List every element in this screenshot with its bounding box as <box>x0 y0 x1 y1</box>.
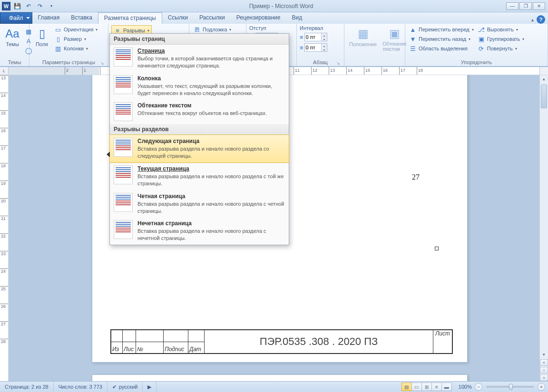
dropdown-section-header: Разрывы страниц <box>110 34 289 45</box>
breaks-option[interactable]: Текущая страницаВставка разрыва раздела … <box>110 163 289 190</box>
breaks-option[interactable]: Нечетная страницаВставка разрыва раздела… <box>110 217 289 245</box>
tab-selector[interactable]: L <box>0 67 9 75</box>
align-button[interactable]: ⎇Выровнять▾ <box>477 25 526 34</box>
vertical-ruler[interactable]: 13141516171819202122232425262728 <box>0 75 9 381</box>
paragraph-group-label[interactable]: Абзац <box>300 59 341 66</box>
minimize-ribbon-icon[interactable]: ▴ <box>531 17 534 22</box>
stamp-table[interactable]: Из Лис № Подпис Дат ПЭР.0535 .308 . 2020… <box>110 329 453 354</box>
position-icon: ▦ <box>355 26 371 41</box>
restore-button[interactable]: ❐ <box>519 2 532 10</box>
selection-pane-button[interactable]: ☰Область выделения <box>408 44 475 53</box>
view-draft-button[interactable]: ▬ <box>441 382 452 391</box>
breaks-option[interactable]: КолонкаУказывает, что текст, следующий з… <box>110 72 289 100</box>
tab-view[interactable]: Вид <box>286 12 308 24</box>
breaks-option[interactable]: Обтекание текстомОбтекание текста вокруг… <box>110 99 289 124</box>
break-type-icon <box>114 220 133 239</box>
status-page[interactable]: Страница: 2 из 28 <box>0 382 54 392</box>
status-words[interactable]: Число слов: 3 773 <box>54 382 108 392</box>
tab-review[interactable]: Рецензирование <box>231 12 286 24</box>
rotate-button[interactable]: ⟳Повернуть▾ <box>477 44 526 53</box>
undo-icon[interactable]: ↶ <box>24 1 33 11</box>
position-button[interactable]: ▦Положение <box>347 25 379 48</box>
tab-page-layout[interactable]: Разметка страницы <box>98 12 162 24</box>
margins-icon: ▯ <box>34 26 49 41</box>
size-icon: ▯ <box>54 35 62 43</box>
zoom-out-button[interactable]: − <box>475 383 482 391</box>
spacing-before-value[interactable]: 0 пт▴▾ <box>304 33 327 41</box>
view-web-button[interactable]: ⊞ <box>421 382 432 391</box>
break-type-icon <box>114 48 133 67</box>
prev-page-button[interactable]: « <box>540 359 548 366</box>
tab-references[interactable]: Ссылки <box>162 12 194 24</box>
break-type-icon <box>114 165 133 184</box>
tab-home[interactable]: Главная <box>32 12 66 24</box>
zoom-slider[interactable] <box>486 386 534 388</box>
view-read-button[interactable]: ▭ <box>411 382 422 391</box>
tab-insert[interactable]: Вставка <box>65 12 98 24</box>
minimize-button[interactable]: — <box>506 2 519 10</box>
ribbon-tabs: Файл Главная Вставка Разметка страницы С… <box>0 12 548 24</box>
wrap-icon: ▣ <box>387 26 402 41</box>
redo-icon[interactable]: ↷ <box>35 1 45 11</box>
align-icon: ⎇ <box>478 26 485 33</box>
tab-mailings[interactable]: Рассылки <box>194 12 231 24</box>
breaks-option[interactable]: Следующая страницаВставка разрыва раздел… <box>109 134 289 163</box>
margins-button[interactable]: ▯ Поля <box>32 25 51 48</box>
ruler-toggle-icon[interactable] <box>539 67 548 75</box>
help-icon[interactable]: ? <box>537 15 545 24</box>
arrange-group-label: Упорядочить <box>408 59 545 66</box>
break-type-icon <box>114 138 133 157</box>
dropdown-section-header: Разрывы разделов <box>110 124 289 135</box>
wrap-text-button[interactable]: ▣Обтекание текстом <box>381 25 408 53</box>
arrange-spacer <box>347 65 402 66</box>
close-button[interactable]: ✕ <box>533 2 545 10</box>
scrollbar-thumb[interactable] <box>541 85 547 108</box>
indent-label: Отступ <box>249 25 278 31</box>
send-backward-icon: ▼ <box>409 35 417 43</box>
zoom-level[interactable]: 100% <box>456 384 475 390</box>
orientation-button[interactable]: ▭Ориентация▾ <box>53 25 98 34</box>
spacing-label: Интервал <box>300 25 327 31</box>
scroll-down-icon[interactable]: ▾ <box>540 351 548 358</box>
page-number: 27 <box>412 173 420 182</box>
group-icon: ▣ <box>478 35 485 43</box>
vertical-scrollbar[interactable]: ▴ ▾ « ○ » <box>539 75 548 381</box>
status-language[interactable]: ✔русский <box>108 382 143 392</box>
spacing-after-value[interactable]: 0 пт▴▾ <box>304 43 327 52</box>
scroll-up-icon[interactable]: ▴ <box>540 75 548 83</box>
break-type-icon <box>114 102 133 121</box>
breaks-option[interactable]: Четная страницаВставка разрыва раздела и… <box>110 190 289 218</box>
watermark-button[interactable]: 🖹Подложка▾ <box>192 25 232 34</box>
break-type-icon <box>114 193 133 212</box>
macro-record-icon: ▶ <box>147 384 151 390</box>
size-button[interactable]: ▯Размер▾ <box>53 35 98 43</box>
status-macro[interactable]: ▶ <box>143 382 157 392</box>
orientation-icon: ▭ <box>54 26 62 33</box>
group-button[interactable]: ▣Группировать▾ <box>477 35 526 43</box>
themes-button[interactable]: Aa Темы <box>3 25 22 48</box>
themes-icon: Aa <box>5 26 20 41</box>
breaks-dropdown: Разрывы страниц СтраницаВыбор точки, в к… <box>109 33 289 245</box>
stamp-code: ПЭР.0535 .308 . 2020 ПЗ <box>205 330 433 353</box>
send-backward-button[interactable]: ▼Переместить назад▾ <box>408 35 475 43</box>
columns-button[interactable]: ▥Колонки▾ <box>53 44 98 53</box>
qat-dropdown-icon[interactable]: ▾ <box>47 1 56 11</box>
page-setup-group-label[interactable]: Параметры страницы <box>32 59 105 66</box>
save-icon[interactable]: 💾 <box>12 1 22 11</box>
bring-forward-button[interactable]: ▲Переместить вперед▾ <box>408 25 475 34</box>
stamp-sheet-label: Лист <box>433 330 452 353</box>
word-app-icon: W <box>2 2 10 10</box>
file-tab[interactable]: Файл <box>0 12 32 24</box>
zoom-in-button[interactable]: + <box>538 383 545 391</box>
status-bar: Страница: 2 из 28 Число слов: 3 773 ✔рус… <box>0 381 548 392</box>
window-title: Пример - Microsoft Word <box>56 3 506 10</box>
spacing-before-icon: ≡ <box>300 34 303 41</box>
document-page-next[interactable] <box>92 374 468 381</box>
view-outline-button[interactable]: ≡ <box>431 382 442 391</box>
next-page-button[interactable]: » <box>540 374 548 381</box>
browse-object-button[interactable]: ○ <box>540 367 548 373</box>
columns-icon: ▥ <box>54 45 62 52</box>
view-print-layout-button[interactable]: ▤ <box>401 382 412 391</box>
breaks-option[interactable]: СтраницаВыбор точки, в которой заканчива… <box>110 45 289 72</box>
spacing-after-icon: ≡ <box>300 44 303 51</box>
